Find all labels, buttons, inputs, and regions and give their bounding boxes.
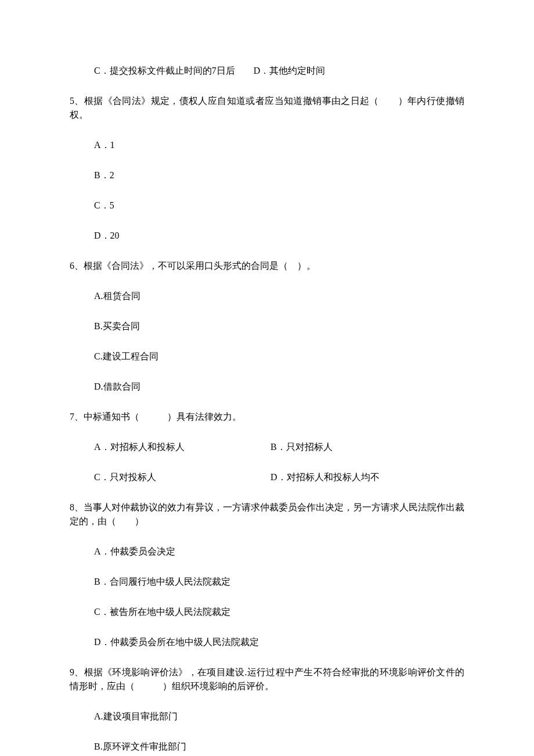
question-5-option-d: D．20 (70, 229, 464, 243)
question-6-option-a: A.租赁合同 (70, 289, 464, 303)
option-text: A．仲裁委员会决定 (94, 546, 175, 556)
question-8-option-d: D．仲裁委员会所在地中级人民法院裁定 (70, 635, 464, 649)
option-text: C.建设工程合同 (94, 351, 158, 361)
question-text: 7、中标通知书（ ）具有法律效力。 (70, 412, 241, 422)
question-8-stem: 8、当事人对仲裁协议的效力有异议，一方请求仲裁委员会作出决定，另一方请求人民法院… (70, 501, 464, 528)
question-7-option-c: C．只对投标人 (94, 470, 268, 484)
question-7-options-row1: A．对招标人和投标人 B．只对招标人 (70, 440, 464, 454)
question-5-option-a: A．1 (70, 138, 464, 152)
question-7-option-d: D．对招标人和投标人均不 (270, 470, 380, 484)
option-text: C．提交投标文件截止时间的7日后 D．其他约定时间 (94, 66, 325, 75)
question-8-option-b: B．合同履行地中级人民法院裁定 (70, 575, 464, 589)
question-9-option-a: A.建设项目审批部门 (70, 710, 464, 723)
question-6-option-d: D.借款合同 (70, 380, 464, 394)
question-text: 9、根据《环境影响评价法》，在项目建设.运行过程中产生不符合经审批的环境影响评价… (70, 667, 464, 691)
question-6-option-c: C.建设工程合同 (70, 350, 464, 363)
question-text: 6、根据《合同法》，不可以采用口头形式的合同是（ ）。 (70, 261, 316, 271)
question-text: 5、根据《合同法》规定，债权人应自知道或者应当知道撤销事由之日起（ ）年内行使撤… (70, 96, 464, 120)
question-8-option-c: C．被告所在地中级人民法院裁定 (70, 605, 464, 619)
option-text: D．仲裁委员会所在地中级人民法院裁定 (94, 637, 259, 647)
question-7-option-a: A．对招标人和投标人 (94, 440, 268, 454)
question-9-option-b: B.原环评文件审批部门 (70, 740, 464, 754)
question-5-option-c: C．5 (70, 199, 464, 213)
option-text: A．1 (94, 140, 115, 150)
option-text: B.买卖合同 (94, 321, 140, 331)
question-7-stem: 7、中标通知书（ ）具有法律效力。 (70, 410, 464, 424)
option-text: D.借款合同 (94, 381, 140, 391)
document-page: C．提交投标文件截止时间的7日后 D．其他约定时间 5、根据《合同法》规定，债权… (0, 0, 534, 756)
question-7-option-b: B．只对招标人 (270, 440, 333, 454)
question-6-stem: 6、根据《合同法》，不可以采用口头形式的合同是（ ）。 (70, 259, 464, 273)
question-6-option-b: B.买卖合同 (70, 319, 464, 333)
option-text: B．合同履行地中级人民法院裁定 (94, 577, 230, 586)
option-text: A.建设项目审批部门 (94, 711, 178, 721)
option-text: B．2 (94, 170, 114, 180)
option-text: A.租赁合同 (94, 291, 140, 301)
option-text: B.原环评文件审批部门 (94, 741, 186, 751)
prev-question-options: C．提交投标文件截止时间的7日后 D．其他约定时间 (70, 64, 464, 78)
question-7-options-row2: C．只对投标人 D．对招标人和投标人均不 (70, 470, 464, 484)
option-text: C．被告所在地中级人民法院裁定 (94, 607, 230, 617)
question-text: 8、当事人对仲裁协议的效力有异议，一方请求仲裁委员会作出决定，另一方请求人民法院… (70, 502, 464, 526)
question-5-stem: 5、根据《合同法》规定，债权人应自知道或者应当知道撤销事由之日起（ ）年内行使撤… (70, 94, 464, 122)
option-text: C．5 (94, 200, 114, 210)
option-text: D．20 (94, 231, 120, 240)
question-8-option-a: A．仲裁委员会决定 (70, 545, 464, 559)
question-5-option-b: B．2 (70, 168, 464, 182)
question-9-stem: 9、根据《环境影响评价法》，在项目建设.运行过程中产生不符合经审批的环境影响评价… (70, 665, 464, 693)
